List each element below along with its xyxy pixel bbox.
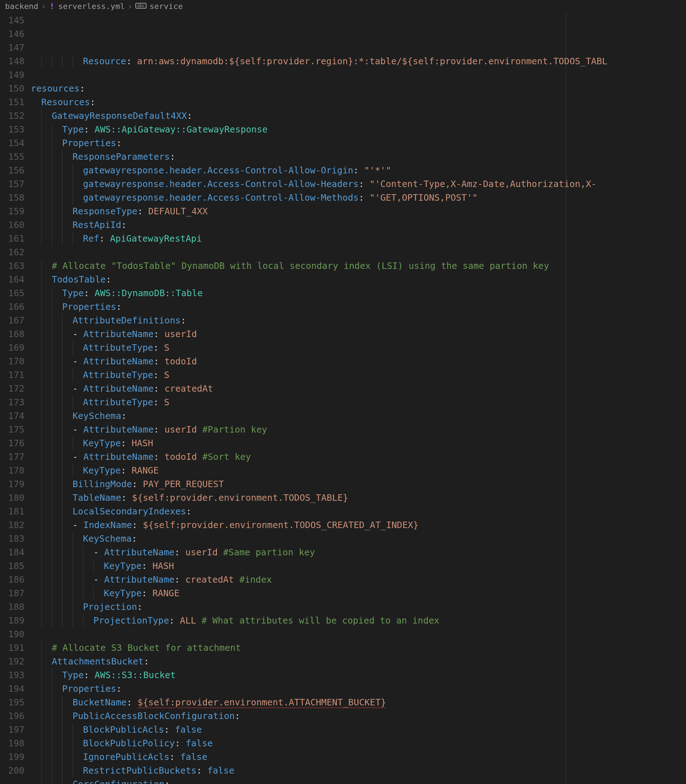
code-line[interactable]: - AttributeName: userId #Same partion ke… — [31, 546, 686, 559]
line-number[interactable]: 199 — [0, 750, 24, 764]
code-line[interactable]: AttributeType: S — [31, 368, 686, 382]
breadcrumb-folder[interactable]: backend — [5, 0, 38, 13]
code-line[interactable]: # Allocate S3 Bucket for attachment — [31, 641, 686, 655]
code-line[interactable]: Ref: ApiGatewayRestApi — [31, 232, 686, 246]
line-number[interactable]: 174 — [0, 409, 24, 423]
line-number[interactable]: 200 — [0, 764, 24, 777]
code-line[interactable]: Properties: — [31, 300, 686, 314]
line-number[interactable]: 159 — [0, 205, 24, 218]
code-line[interactable]: Projection: — [31, 600, 686, 614]
line-number[interactable]: 191 — [0, 641, 24, 655]
line-number[interactable]: 196 — [0, 709, 24, 723]
line-number[interactable]: 190 — [0, 628, 24, 641]
line-number[interactable]: 198 — [0, 737, 24, 750]
code-line[interactable]: KeyType: RANGE — [31, 464, 686, 478]
line-number[interactable]: 194 — [0, 682, 24, 696]
line-number[interactable]: 155 — [0, 150, 24, 164]
code-line[interactable] — [31, 68, 686, 82]
code-line[interactable]: CorsConfiguration: — [31, 777, 686, 784]
code-line[interactable]: Resources: — [31, 96, 686, 109]
line-number[interactable]: 177 — [0, 450, 24, 464]
line-number[interactable]: 148 — [0, 55, 24, 68]
code-line[interactable]: Properties: — [31, 682, 686, 696]
code-line[interactable]: BlockPublicPolicy: false — [31, 737, 686, 750]
line-number[interactable]: 187 — [0, 587, 24, 600]
code-line[interactable]: BillingMode: PAY_PER_REQUEST — [31, 478, 686, 491]
code-line[interactable]: KeySchema: — [31, 532, 686, 546]
code-line[interactable]: BlockPublicAcls: false — [31, 723, 686, 737]
line-number[interactable]: 162 — [0, 246, 24, 259]
code-line[interactable]: KeyType: HASH — [31, 559, 686, 573]
line-number[interactable]: 160 — [0, 218, 24, 232]
code-line[interactable]: gatewayresponse.header.Access-Control-Al… — [31, 164, 686, 177]
code-line[interactable]: Type: AWS::ApiGateway::GatewayResponse — [31, 123, 686, 137]
line-number[interactable]: 181 — [0, 505, 24, 518]
breadcrumb-symbol[interactable]: service — [149, 0, 183, 13]
line-number[interactable]: 152 — [0, 109, 24, 123]
code-line[interactable]: AttachmentsBucket: — [31, 655, 686, 668]
code-line[interactable]: Resource: arn:aws:dynamodb:${self:provid… — [31, 55, 686, 68]
code-line[interactable]: TodosTable: — [31, 273, 686, 287]
code-line[interactable]: - AttributeName: userId #Partion key — [31, 423, 686, 437]
code-line[interactable]: GatewayResponseDefault4XX: — [31, 109, 686, 123]
line-number[interactable]: 180 — [0, 491, 24, 505]
line-number[interactable]: 145 — [0, 14, 24, 27]
code-line[interactable]: ResponseType: DEFAULT_4XX — [31, 205, 686, 218]
line-number[interactable]: 173 — [0, 396, 24, 409]
line-number-gutter[interactable]: 1451461471481491501511521531541551561571… — [0, 13, 31, 784]
breadcrumb[interactable]: backend › ! serverless.yml › abc service — [0, 0, 686, 13]
code-line[interactable]: resources: — [31, 82, 686, 96]
code-line[interactable]: - IndexName: ${self:provider.environment… — [31, 518, 686, 532]
code-line[interactable]: RestrictPublicBuckets: false — [31, 764, 686, 777]
code-line[interactable]: gatewayresponse.header.Access-Control-Al… — [31, 177, 686, 191]
code-line[interactable]: ProjectionType: ALL # What attributes wi… — [31, 614, 686, 628]
code-line[interactable]: gatewayresponse.header.Access-Control-Al… — [31, 191, 686, 205]
line-number[interactable]: 169 — [0, 341, 24, 355]
code-line[interactable]: - AttributeName: todoId — [31, 355, 686, 368]
line-number[interactable]: 197 — [0, 723, 24, 737]
line-number[interactable]: 147 — [0, 41, 24, 55]
code-line[interactable]: - AttributeName: createdAt #index — [31, 573, 686, 587]
code-line[interactable]: AttributeDefinitions: — [31, 314, 686, 328]
code-line[interactable]: KeySchema: — [31, 409, 686, 423]
code-line[interactable]: Type: AWS::S3::Bucket — [31, 668, 686, 682]
code-line[interactable]: PublicAccessBlockConfiguration: — [31, 709, 686, 723]
line-number[interactable]: 175 — [0, 423, 24, 437]
line-number[interactable]: 193 — [0, 668, 24, 682]
line-number[interactable]: 150 — [0, 82, 24, 96]
line-number[interactable]: 151 — [0, 96, 24, 109]
line-number[interactable]: 172 — [0, 382, 24, 396]
line-number[interactable]: 170 — [0, 355, 24, 368]
line-number[interactable]: 156 — [0, 164, 24, 177]
code-line[interactable]: Type: AWS::DynamoDB::Table — [31, 287, 686, 300]
line-number[interactable]: 165 — [0, 287, 24, 300]
line-number[interactable]: 176 — [0, 437, 24, 450]
line-number[interactable]: 146 — [0, 27, 24, 41]
line-number[interactable]: 192 — [0, 655, 24, 668]
code-line[interactable]: AttributeType: S — [31, 396, 686, 409]
line-number[interactable]: 168 — [0, 328, 24, 341]
line-number[interactable]: 166 — [0, 300, 24, 314]
code-line[interactable]: - AttributeName: createdAt — [31, 382, 686, 396]
line-number[interactable]: 179 — [0, 478, 24, 491]
line-number[interactable]: 182 — [0, 518, 24, 532]
line-number[interactable]: 184 — [0, 546, 24, 559]
line-number[interactable]: 195 — [0, 696, 24, 709]
line-number[interactable]: 167 — [0, 314, 24, 328]
minimap[interactable] — [683, 13, 686, 784]
code-line[interactable]: - AttributeName: todoId #Sort key — [31, 450, 686, 464]
line-number[interactable]: 188 — [0, 600, 24, 614]
breadcrumb-file[interactable]: serverless.yml — [58, 0, 125, 13]
line-number[interactable]: 171 — [0, 368, 24, 382]
line-number[interactable]: 186 — [0, 573, 24, 587]
code-line[interactable]: IgnorePublicAcls: false — [31, 750, 686, 764]
line-number[interactable]: 164 — [0, 273, 24, 287]
editor[interactable]: 1451461471481491501511521531541551561571… — [0, 13, 686, 784]
line-number[interactable]: 183 — [0, 532, 24, 546]
code-line[interactable]: ResponseParameters: — [31, 150, 686, 164]
code-line[interactable] — [31, 628, 686, 641]
code-line[interactable]: TableName: ${self:provider.environment.T… — [31, 491, 686, 505]
code-line[interactable]: KeyType: RANGE — [31, 587, 686, 600]
code-line[interactable]: LocalSecondaryIndexes: — [31, 505, 686, 518]
line-number[interactable]: 161 — [0, 232, 24, 246]
